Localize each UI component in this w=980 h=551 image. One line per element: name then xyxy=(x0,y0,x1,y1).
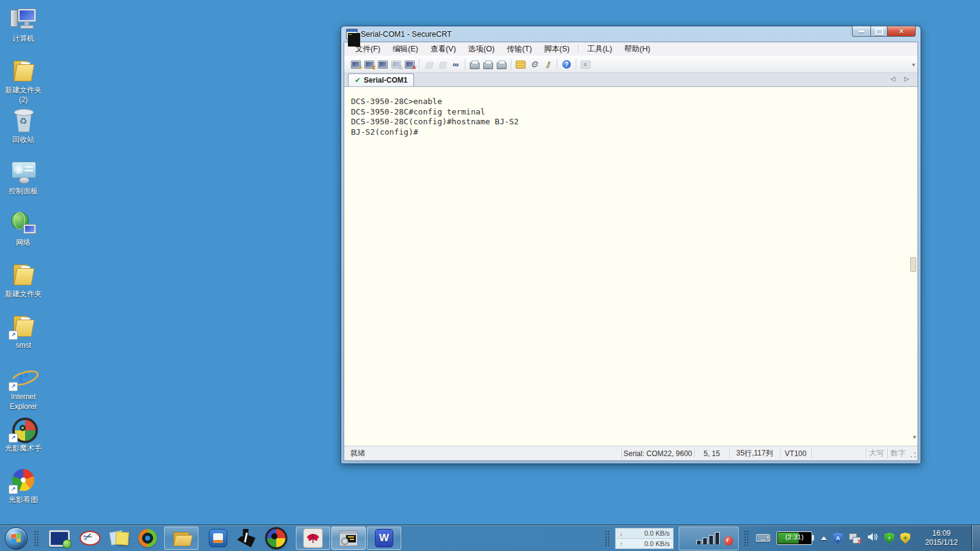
desktop-icon-photo-viewer[interactable]: ↗ 光影看图 xyxy=(0,468,47,504)
taskbar-media-app-button[interactable] xyxy=(138,529,157,547)
taskbar-vmware-button[interactable] xyxy=(209,529,227,547)
status-caps-lock: 大写 xyxy=(865,448,887,459)
desktop-icon-label: 新建文件夹 (2) xyxy=(0,85,47,105)
folder-shortcut-icon: ↗ xyxy=(9,314,37,339)
taskbar-explorer-button[interactable] xyxy=(164,527,198,550)
shortcut-arrow-icon: ↗ xyxy=(9,382,18,391)
desktop-icon-internet-explorer[interactable]: e↗ Internet Explorer xyxy=(0,365,47,411)
taskbar: ✂ W ↓ 0.0 KB/s ↑ 0.0 KB/s xyxy=(0,525,980,551)
reload-icon: ↻ xyxy=(398,65,403,71)
resize-grip[interactable] xyxy=(908,446,918,460)
volume-tray-icon[interactable] xyxy=(867,532,878,544)
traffic-monitor-button[interactable] xyxy=(679,527,739,550)
terminal-screen[interactable]: DCS-3950-28C>enable DCS-3950-28C#config … xyxy=(344,87,918,446)
print-button[interactable] xyxy=(468,58,481,71)
start-button[interactable] xyxy=(5,527,28,550)
help-button[interactable]: ? xyxy=(560,58,573,71)
taskbar-clock[interactable]: 16:09 2015/1/12 xyxy=(916,529,967,547)
close-button[interactable]: ✕ xyxy=(888,26,916,37)
taskbar-aperture-viewer-button[interactable] xyxy=(265,527,287,549)
menu-help[interactable]: 帮助(H) xyxy=(618,43,656,56)
key-icon: ⚷ xyxy=(545,60,551,69)
network-icon xyxy=(9,211,37,236)
tab-scroll-arrows-icon[interactable]: ◁ ▷ xyxy=(891,75,913,82)
taskbar-remote-desktop-button[interactable] xyxy=(49,530,70,547)
lock-button[interactable] xyxy=(579,58,592,71)
show-hidden-icons-button[interactable] xyxy=(821,536,827,540)
battery-time: (2:31) xyxy=(777,533,812,541)
pc-manager-tray-icon[interactable]: + xyxy=(900,533,910,544)
quick-connect-button[interactable] xyxy=(376,58,390,71)
taskbar-sticky-notes-button[interactable] xyxy=(110,530,129,547)
accelerator-ball-icon[interactable] xyxy=(724,536,733,545)
paste-button[interactable]: ▥ xyxy=(435,58,449,71)
app-icon[interactable] xyxy=(346,29,358,39)
tab-serial-com1[interactable]: ✔ Serial-COM1 xyxy=(348,73,414,86)
disconnect-button[interactable]: ✕ xyxy=(403,58,417,71)
status-rows-cols: 35行,117列 xyxy=(729,448,780,459)
menu-transfer[interactable]: 传输(T) xyxy=(500,43,538,56)
desktop-icon-label: 光影魔术手 xyxy=(0,443,47,453)
minimize-button[interactable] xyxy=(852,26,870,37)
vmware-icon xyxy=(209,529,227,547)
folder-icon xyxy=(9,59,37,83)
tray-drag-handle[interactable] xyxy=(605,530,610,546)
menu-script[interactable]: 脚本(S) xyxy=(538,43,576,56)
keyboard-layout-icon[interactable]: ⌨ xyxy=(755,533,771,544)
status-num-lock: 数字 xyxy=(887,448,908,459)
desktop-icon-computer[interactable]: 计算机 xyxy=(0,7,47,43)
clock-date: 2015/1/12 xyxy=(916,538,967,547)
reconnect-button[interactable]: ↻ xyxy=(390,58,403,71)
aperture-icon xyxy=(265,527,287,549)
new-session-button[interactable]: ✶ xyxy=(349,58,363,71)
menu-tools[interactable]: 工具(L) xyxy=(581,43,618,56)
menu-view[interactable]: 查看(V) xyxy=(424,43,462,56)
desktop-icon-smst[interactable]: ↗ smst xyxy=(0,314,47,350)
menu-edit[interactable]: 编辑(E) xyxy=(386,43,424,56)
title-bar[interactable]: Serial-COM1 - SecureCRT ✕ xyxy=(344,26,918,42)
print-setup-button[interactable] xyxy=(481,58,495,71)
show-desktop-button[interactable] xyxy=(971,525,980,551)
desktop-icon-new-folder-2[interactable]: 新建文件夹 (2) xyxy=(0,59,47,105)
taskbar-dragonfly-app-button[interactable] xyxy=(296,527,330,550)
upload-arrow-icon: ↑ xyxy=(619,540,623,547)
desktop-icon-new-folder[interactable]: 新建文件夹 xyxy=(0,263,47,299)
network-disconnected-tray-icon[interactable]: ✕ xyxy=(849,533,861,544)
vertical-scrollbar[interactable]: ▼ xyxy=(910,87,918,446)
shortcut-arrow-icon: ↗ xyxy=(9,331,18,340)
upload-speed-value: 0.0 KB/s xyxy=(644,540,670,547)
terminal-line: DCS-3950-28C(config)#hostname BJ-S2 xyxy=(351,117,918,127)
snipping-tool-icon: ✂ xyxy=(80,531,100,545)
taskbar-snipping-tool-button[interactable]: ✂ xyxy=(80,531,100,545)
session-options-button[interactable]: ⚙ xyxy=(527,58,541,71)
desktop-icon-photo-magic-hand[interactable]: ↗ 光影魔术手 xyxy=(0,417,47,453)
print-now-button[interactable] xyxy=(495,58,508,71)
properties-button[interactable] xyxy=(514,58,527,71)
windows-logo-icon xyxy=(11,533,21,543)
connect-button[interactable]: ↯ xyxy=(363,58,376,71)
desktop-background[interactable]: 计算机 新建文件夹 (2) ♻ 回收站 控制面板 网络 新建文件夹 ↗ smst… xyxy=(0,0,980,551)
desktop-icon-recycle-bin[interactable]: ♻ 回收站 xyxy=(0,108,47,144)
antivirus-a-tray-icon[interactable]: A xyxy=(833,533,843,544)
toolbar-drag-handle[interactable] xyxy=(34,530,39,546)
securecrt-icon xyxy=(339,530,358,546)
taskbar-securecrt-button[interactable] xyxy=(331,527,366,550)
scrollbar-thumb[interactable] xyxy=(910,257,916,272)
desktop-icon-network[interactable]: 网络 xyxy=(0,211,47,247)
key-agent-button[interactable]: ⚷ xyxy=(541,58,554,71)
media-app-icon xyxy=(138,529,157,547)
maximize-button[interactable] xyxy=(870,26,888,37)
taskbar-wps-writer-button[interactable]: W xyxy=(367,527,401,550)
lightning-icon: ⚡ xyxy=(888,535,891,541)
copy-button[interactable]: ▤ xyxy=(422,58,435,71)
taskbar-texas-app-button[interactable] xyxy=(237,529,255,547)
find-button[interactable]: ∞ xyxy=(449,58,462,71)
battery-indicator[interactable]: (2:31) xyxy=(777,531,812,545)
scroll-down-icon[interactable]: ▼ xyxy=(913,432,916,443)
tray-drag-handle[interactable] xyxy=(744,530,749,546)
security-shield-tray-icon[interactable]: ⚡ xyxy=(884,533,894,544)
network-speed-widget[interactable]: ↓ 0.0 KB/s ↑ 0.0 KB/s xyxy=(615,528,674,549)
desktop-icon-control-panel[interactable]: 控制面板 xyxy=(0,160,47,196)
toolbar-overflow-icon[interactable]: ▾ xyxy=(912,61,915,68)
menu-options[interactable]: 选项(O) xyxy=(462,43,500,56)
